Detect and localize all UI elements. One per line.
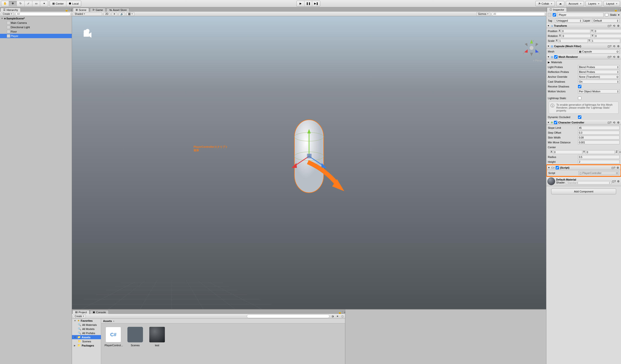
game-tab[interactable]: ᐅGame [90,8,105,12]
center-y[interactable] [586,150,615,154]
scale-y[interactable] [591,39,620,43]
light-probes-dropdown[interactable]: Blend Probes‡ [578,65,620,69]
scene-search-input[interactable] [492,12,545,16]
favorites-header[interactable]: ▼★Favorites [72,318,101,323]
gizmos-dropdown[interactable]: Gizmos [476,12,490,16]
play-button[interactable]: ▶ [297,1,304,6]
fold-icon[interactable]: ▼ [1,17,3,20]
gear-icon[interactable]: ⚙ [617,55,620,59]
gear-icon[interactable]: ⚙ [617,180,620,183]
material-header[interactable]: Default-Material ShaderStandard‡ ◻?⚙ [546,176,621,186]
object-picker-icon[interactable]: ⊙ [616,50,619,53]
2d-toggle[interactable]: 2D [104,12,110,16]
radius[interactable] [578,155,620,159]
reset-icon[interactable]: ⟲ [612,45,616,48]
pos-y[interactable] [594,29,621,33]
script-enable-checkbox[interactable] [556,166,559,169]
reset-icon[interactable]: ⟲ [612,121,616,124]
step-offset[interactable] [578,131,620,135]
layer-dropdown[interactable]: Default‡ [592,19,620,23]
combined-tool[interactable]: ✦ [40,1,48,6]
scale-tool[interactable]: ⤢ [25,1,32,6]
meshrenderer-header[interactable]: ▼▦Mesh Renderer◻?⟲⚙ [546,54,621,59]
move-tool[interactable]: ✥ [9,1,17,6]
gear-icon[interactable]: ⚙ [616,166,620,169]
center-x[interactable] [553,150,582,154]
refl-probes-dropdown[interactable]: Blend Probes‡ [578,70,620,74]
slope-limit[interactable] [578,126,620,130]
hierarchy-item-selected[interactable]: Player [0,34,72,38]
gear-icon[interactable]: ⚙ [617,24,620,27]
packages-folder[interactable]: ▶📁Packages [72,343,101,347]
fx-toggle[interactable]: 🖼 [126,12,135,16]
add-component-button[interactable]: Add Component [551,189,616,194]
gameobject-name-input[interactable] [557,13,604,17]
renderer-enable-checkbox[interactable] [554,55,557,59]
rotate-tool[interactable]: ↻ [17,1,25,6]
reset-icon[interactable]: ⟲ [612,24,616,27]
motion-vectors-dropdown[interactable]: Per Object Motion‡ [578,89,620,93]
gear-icon[interactable]: ⚙ [617,45,620,48]
mesh-field[interactable]: ▦ Capsule⊙ [578,50,620,53]
dyn-occluded-checkbox[interactable] [578,116,581,119]
hidden-icon[interactable]: ◻ [341,314,344,318]
asset-material[interactable]: test [148,327,166,347]
hierarchy-item[interactable]: Floor [0,29,72,34]
console-tab[interactable]: ▣Console [90,310,108,314]
project-create-dropdown[interactable]: Create [73,314,86,318]
local-space-button[interactable]: ⬢Local [66,1,81,6]
asset-script[interactable]: C# PlayerControl... [104,327,122,347]
scale-x[interactable] [558,39,588,43]
rot-y[interactable] [594,34,621,38]
help-icon[interactable]: ◻? [612,166,615,169]
script-header[interactable]: ▼C#(Script)◻?⚙ [547,165,621,170]
object-picker-icon[interactable]: ⊙ [616,172,618,175]
shading-mode-dropdown[interactable]: Shaded [73,12,102,16]
hierarchy-tab[interactable]: ☰Hierarchy [0,8,21,12]
account-dropdown[interactable]: Account [566,1,584,6]
project-search-input[interactable] [247,314,329,318]
chevron-down-icon[interactable]: ▾ [618,13,620,17]
active-checkbox[interactable] [553,13,556,17]
layers-dropdown[interactable]: Layers [586,1,602,6]
help-icon[interactable]: ◻? [608,55,611,59]
reset-icon[interactable]: ⟲ [612,55,616,59]
gear-icon[interactable]: ⚙ [617,121,620,124]
object-picker-icon[interactable]: ⊙ [616,75,619,79]
orientation-gizmo[interactable]: y x z [522,38,541,58]
hierarchy-item[interactable]: Main Camera [0,21,72,25]
project-tab[interactable]: ▤Project [72,310,89,314]
step-button[interactable]: ▶❚ [312,1,320,6]
anchor-field[interactable]: None (Transform)⊙ [578,75,620,79]
inspector-menu-icon[interactable]: ⋮≡ [618,8,621,12]
script-field[interactable]: ◻ PlayerController⊙ [578,171,619,175]
transform-header[interactable]: ▼⇲Transform◻?⟲⚙ [546,23,621,28]
skin-width[interactable] [578,136,620,139]
rect-tool[interactable]: ▭ [32,1,40,6]
cloud-button[interactable]: ☁ [556,1,564,6]
scene-tab[interactable]: ⊞Scene [73,8,89,12]
assets-folder-selected[interactable]: ▼📁Assets [72,335,101,339]
inspector-tab[interactable]: ⓘInspector [547,7,567,12]
hierarchy-menu-icon[interactable]: ⋮≡ [68,8,72,12]
folder-item[interactable]: 📁Scenes [72,339,101,343]
project-menu-icon[interactable]: ⋮≡ [342,311,345,314]
lightmap-static-checkbox[interactable] [578,97,581,100]
help-icon[interactable]: ◻? [608,45,611,48]
fav-item[interactable]: 🔍All Materials [72,323,101,327]
asset-folder[interactable]: Scenes [126,327,144,347]
hierarchy-create-dropdown[interactable]: Create [1,12,14,16]
charcontroller-header[interactable]: ▼✥Character Controller◻?⟲⚙ [546,120,621,125]
charctl-enable-checkbox[interactable] [554,121,557,124]
collab-button[interactable]: ◔Collab [535,1,555,6]
meshfilter-header[interactable]: ▼▦Capsule (Mesh Filter)◻?⟲⚙ [546,44,621,49]
height[interactable] [578,160,620,164]
recv-shadows-checkbox[interactable] [578,85,581,88]
static-checkbox[interactable] [605,13,608,17]
min-move[interactable] [578,140,620,144]
help-icon[interactable]: ◻? [608,24,611,27]
audio-toggle[interactable]: 🔊 [119,12,125,16]
filter-icon[interactable]: ◑ [331,314,334,318]
lighting-toggle[interactable]: ☀ [112,12,117,16]
fav-item[interactable]: 🔍All Models [72,327,101,331]
